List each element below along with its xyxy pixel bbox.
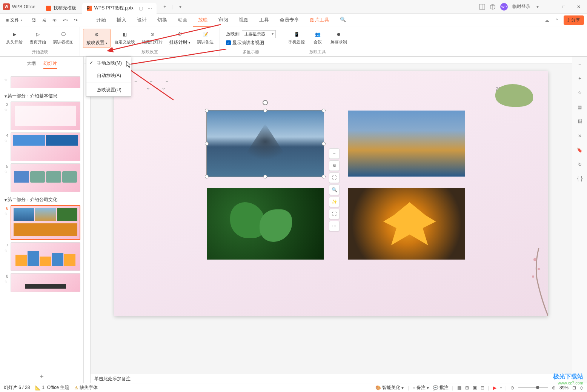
star-icon[interactable]: ☆ [576,89,584,97]
tab-animation[interactable]: 动画 [172,14,193,27]
tab-insert[interactable]: 插入 [111,14,132,27]
tab-member[interactable]: 会员专享 [274,14,304,27]
resize-handle[interactable] [322,109,326,112]
from-current-button[interactable]: ▷当页开始 [26,29,49,46]
auto-show-item[interactable]: 自动放映(A) [86,69,131,82]
custom-show-button[interactable]: ◧自定义放映 [111,29,138,48]
remove-icon[interactable]: − [329,148,340,159]
resize-handle[interactable] [205,109,209,112]
zoom-out-icon[interactable]: ⊖ [510,385,514,390]
close-icon[interactable]: ⋯ [148,6,152,11]
image-icon[interactable]: 🖼 [576,118,584,125]
tab-menu-icon[interactable]: ▢ [139,6,143,11]
section-header[interactable]: ▾ 第二部分：介绍公司文化 [3,194,80,205]
font-warning[interactable]: ⚠ 缺失字体 [74,384,98,391]
grid-view-icon[interactable]: ⊟ [481,385,484,390]
slide-thumb-active[interactable]: 6☆ [3,205,80,240]
more-icon[interactable]: ⋯ [329,221,340,231]
canvas-scroll[interactable]: ⌄ ⌄ ⌄ ⌄ ⌄ 2023-8-30 − [91,63,572,374]
tab-review[interactable]: 审阅 [213,14,234,27]
zoom-in-icon[interactable]: ⊕ [552,385,556,390]
expand-icon[interactable]: ⛶ [329,209,340,219]
presenter-checkbox[interactable]: ✓ [226,40,231,45]
outline-tab[interactable]: 大纲 [27,60,36,69]
tab-start[interactable]: 开始 [91,14,111,27]
preview-icon[interactable]: 👁 [51,17,58,24]
zoom-level[interactable]: 89% [559,385,569,390]
slide-image[interactable] [348,188,465,260]
notes-button[interactable]: ≡ 备注 ▾ [413,384,429,391]
speaker-notes-button[interactable]: 📝演讲备注 [194,29,217,48]
file-menu[interactable]: ≡ 文件 ▾ [3,15,25,25]
slide-image[interactable] [348,111,465,177]
minus-icon[interactable]: − [576,60,584,68]
sparkle-icon[interactable]: ✦ [576,75,584,82]
cloud-icon[interactable]: ☁ [544,17,550,23]
slide-canvas[interactable]: ⌄ ⌄ ⌄ ⌄ ⌄ 2023-8-30 − [114,71,548,316]
collapse-icon[interactable]: ⌃ [554,17,560,23]
layout-icon[interactable] [479,4,485,10]
expand-icon[interactable]: ◇ [580,385,583,390]
show-settings-button[interactable]: ⚙放映设置 ▾ [83,29,111,48]
share-button[interactable]: ⤴ 分享 [564,15,584,25]
meeting-button[interactable]: 👥会议 [309,29,327,46]
add-tab-button[interactable]: + [160,2,169,11]
magic-icon[interactable]: ✨ [329,197,340,207]
slide-thumb[interactable]: 3☆ [3,101,80,130]
theme-indicator[interactable]: 📐 1_Office 主题 [35,384,69,391]
tab-tools[interactable]: 工具 [254,14,274,27]
monitor-select[interactable]: 主要显示器 [242,30,276,38]
rehearse-button[interactable]: ⏱排练计时 ▾ [166,29,193,48]
refresh-icon[interactable]: ↻ [576,161,584,168]
minimize-button[interactable]: — [543,2,554,12]
presenter-view-button[interactable]: 🖵演讲者视图 [50,29,77,46]
close-button[interactable]: ✕ [573,2,584,12]
redo-icon[interactable]: ↷ [72,17,80,24]
tab-slideshow[interactable]: 放映 [193,14,213,27]
maximize-button[interactable]: □ [558,2,569,12]
resize-handle[interactable] [205,175,209,178]
comment-button[interactable]: 💬 批注 [433,384,449,391]
show-settings-item[interactable]: 放映设置(U) [86,84,131,96]
bracket-icon[interactable]: ⎨⎬ [576,175,584,183]
search-icon[interactable]: 🔍 [335,14,351,27]
template-icon[interactable]: ▤ [576,103,584,111]
undo-icon[interactable]: ↶▾ [61,17,69,24]
reading-view-icon[interactable]: ▣ [473,385,477,390]
slides-list[interactable]: ☆ ▾ 第一部分：介绍基本信息 3☆ 4☆ 5☆ ▾ 第二部分：介绍公司文化 6… [0,73,83,369]
slide-thumb[interactable]: 7☆ [3,242,80,271]
rotate-handle[interactable] [263,100,268,105]
tab-picture-tools[interactable]: 图片工具 [304,14,335,27]
tab-design[interactable]: 设计 [132,14,152,27]
section-header[interactable]: ▾ 第一部分：介绍基本信息 [3,91,80,101]
slide-thumb[interactable]: 8☆ [3,273,80,292]
normal-view-icon[interactable]: ▦ [457,385,461,390]
tab-document[interactable]: P WPS PPT教程.pptx ▢ ⋯ [82,3,157,14]
tab-menu-button[interactable]: ▾ [176,2,185,11]
sorter-view-icon[interactable]: ⊞ [465,385,469,390]
slide-thumb[interactable]: 5☆ [3,163,80,192]
from-beginning-button[interactable]: ▶从头开始 [3,29,26,46]
add-slide-button[interactable]: + [0,369,83,384]
cube-icon[interactable] [490,4,496,10]
zoom-icon[interactable]: 🔍 [329,184,340,195]
fit-icon[interactable]: ⊡ [572,385,576,390]
user-avatar[interactable]: WP [500,3,508,11]
slide-thumb[interactable]: ☆ [3,76,80,88]
crop-icon[interactable]: ⛶ [329,172,340,183]
resize-handle[interactable] [322,175,326,178]
resize-handle[interactable] [263,175,267,178]
slide-image-selected[interactable]: − ≋ ⛶ 🔍 ✨ ⛶ ⋯ [207,111,324,177]
slide-image[interactable] [207,188,324,260]
record-button[interactable]: ⏺屏幕录制 [327,29,350,46]
bookmark-icon[interactable]: 🔖 [576,146,584,154]
mobile-remote-button[interactable]: 📱手机遥控 [285,29,308,46]
resize-handle[interactable] [205,142,209,146]
hide-slide-button[interactable]: ⊘隐藏幻灯片 [139,29,166,48]
manual-show-item[interactable]: ✓ 手动放映(M) [86,57,131,69]
layers-icon[interactable]: ≋ [329,160,340,171]
tab-transition[interactable]: 切换 [152,14,172,27]
smart-beautify-button[interactable]: 🎨 智能美化 ▾ [375,384,404,391]
resize-handle[interactable] [322,142,326,146]
tab-template[interactable]: 找稻壳模板 [41,3,81,14]
